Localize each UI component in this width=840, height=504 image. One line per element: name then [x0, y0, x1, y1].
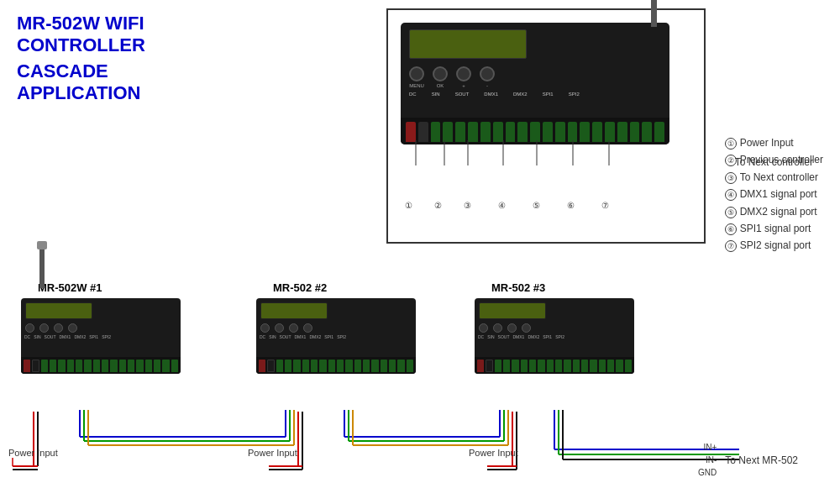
- ctrl2-power-label: Power Input: [248, 448, 297, 458]
- controller-diagram: MENU OK + - DC SIN SOUT DMX1 DMX2 SPI1 S…: [386, 8, 706, 244]
- legend-text-1: Power Input: [740, 134, 794, 151]
- ctrl3-label: MR-502 #3: [491, 281, 634, 294]
- controller-1: MR-502W #1 DCSINSOUTDMX1DMX2SPI1SPI2: [21, 281, 181, 374]
- legend-circle-3: ③: [725, 172, 737, 184]
- legend-circle-5: ⑤: [725, 207, 737, 218]
- terminal-lines-svg: [401, 140, 678, 191]
- to-next-label-area: IN+ IN- GND To Next MR-502: [698, 441, 798, 479]
- controller-3: MR-502 #3 DCSINSOUTDMX1DMX2SPI1SPI2: [475, 281, 634, 374]
- controller-2: MR-502 #2 DCSINSOUTDMX1DMX2SPI1SPI2: [256, 281, 416, 374]
- legend-circle-2: ②: [725, 155, 737, 166]
- title-block: MR-502W WIFI CONTROLLER CASCADE APPLICAT…: [17, 13, 235, 105]
- title-line1: MR-502W WIFI CONTROLLER: [17, 13, 235, 57]
- legend-text-3: To Next controller: [740, 169, 818, 186]
- legend-text-2: Previous controller: [740, 151, 823, 168]
- legend-circle-4: ④: [725, 189, 737, 201]
- to-next-mr502-label: To Next MR-502: [725, 453, 798, 468]
- legend-item-4: ④ DMX1 signal port: [725, 186, 823, 202]
- legend-circle-6: ⑥: [725, 223, 737, 235]
- legend-text-6: SPI1 signal port: [740, 220, 811, 237]
- cascade-section: MR-502W #1 DCSINSOUTDMX1DMX2SPI1SPI2: [8, 256, 832, 496]
- legend-text-5: DMX2 signal port: [740, 203, 817, 220]
- ctrl1-label: MR-502W #1: [38, 281, 181, 294]
- legend-item-5: ⑤ DMX2 signal port: [725, 203, 823, 220]
- legend-item-3: ③ To Next controller: [725, 169, 823, 186]
- legend-text-4: DMX1 signal port: [740, 186, 817, 202]
- legend-item-2: ② Previous controller: [725, 151, 823, 168]
- legend-item-1: ① Power Input: [725, 134, 823, 151]
- ctrl2-label: MR-502 #2: [273, 281, 416, 294]
- ctrl3-power-label: Power Input: [469, 448, 518, 458]
- legend-circle-7: ⑦: [725, 240, 737, 252]
- legend-circle-1: ①: [725, 138, 737, 150]
- ctrl1-power-label: Power Input: [8, 448, 58, 458]
- legend-item-6: ⑥ SPI1 signal port: [725, 220, 823, 237]
- legend-text-7: SPI2 signal port: [740, 237, 811, 254]
- page-container: MR-502W WIFI CONTROLLER CASCADE APPLICAT…: [0, 0, 840, 504]
- legend: ① Power Input ② Previous controller ③ To…: [725, 134, 823, 255]
- title-line2: CASCADE APPLICATION: [17, 60, 235, 105]
- legend-item-7: ⑦ SPI2 signal port: [725, 237, 823, 254]
